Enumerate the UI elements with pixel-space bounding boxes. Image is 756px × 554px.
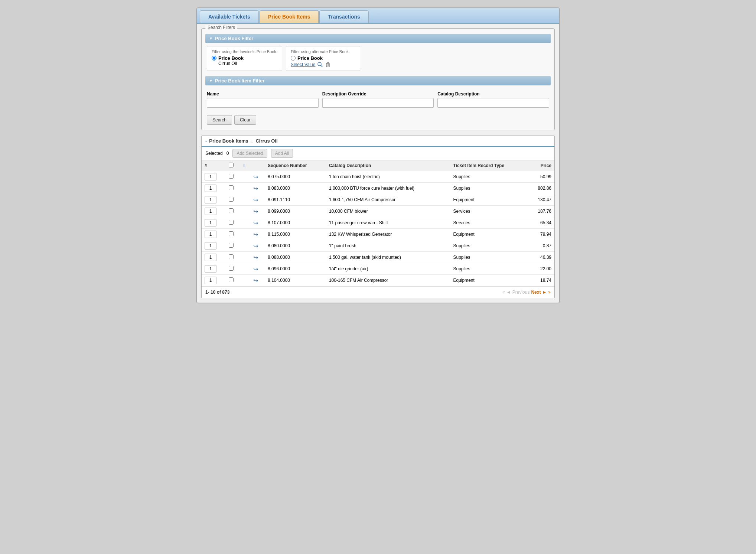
row-navigate-arrow[interactable]: ↪ [253,254,258,261]
row-navigate-arrow[interactable]: ↪ [253,277,258,284]
row-navigate-arrow[interactable]: ↪ [253,173,258,180]
cell-sort [241,206,250,217]
search-filters-box: Search Filters ▼ Price Book Filter Filte… [201,28,555,130]
filter-desc-override-input[interactable] [322,98,434,108]
col-header-type: Ticket Item Record Type [450,160,528,171]
row-navigate-arrow[interactable]: ↪ [253,185,258,192]
qty-input[interactable] [205,265,216,273]
cell-type: Equipment [450,194,528,206]
qty-input[interactable] [205,242,216,250]
invoice-pricebook-option: Filter using the Invoice's Price Book. P… [207,46,282,71]
filter-catalog-desc-input[interactable] [437,98,549,108]
select-all-checkbox[interactable] [229,163,234,167]
trash-icon[interactable] [325,62,331,68]
svg-point-0 [318,62,321,66]
pagination-info: 1- 10 of 873 [205,290,229,295]
alternate-pricebook-radio[interactable] [291,56,296,61]
qty-input[interactable] [205,219,216,227]
row-checkbox[interactable] [229,231,234,236]
cell-type: Supplies [450,252,528,263]
cell-seq: 8,099.0000 [265,206,326,217]
cell-price: 187.76 [528,206,554,217]
cell-arrow: ↪ [250,229,265,240]
invoice-pricebook-radio[interactable] [212,56,216,61]
cell-seq: 8,088.0000 [265,252,326,263]
select-value-link[interactable]: Select Value [291,62,316,67]
clear-button[interactable]: Clear [234,115,256,125]
row-navigate-arrow[interactable]: ↪ [253,196,258,203]
cell-arrow: ↪ [250,217,265,229]
qty-input[interactable] [205,185,216,192]
cell-desc: 10,000 CFM blower [326,206,450,217]
qty-input[interactable] [205,173,216,180]
cell-price: 0.87 [528,240,554,252]
cell-desc: 132 KW Whisperized Generator [326,229,450,240]
cell-check [226,194,240,206]
add-all-button[interactable]: Add All [271,149,293,158]
filter-name-input[interactable] [207,98,319,108]
tab-price-book-items[interactable]: Price Book Items [260,10,319,23]
add-selected-button[interactable]: Add Selected [232,149,267,158]
cell-type: Supplies [450,171,528,183]
row-checkbox[interactable] [229,277,234,282]
row-navigate-arrow[interactable]: ↪ [253,208,258,215]
cell-seq: 8,083.0000 [265,183,326,194]
row-checkbox[interactable] [229,174,234,179]
pagination-prev-icon[interactable]: ◄ [506,290,511,295]
row-checkbox[interactable] [229,220,234,225]
qty-input[interactable] [205,208,216,215]
row-checkbox[interactable] [229,208,234,213]
invoice-pricebook-radio-label: Price Book [218,55,244,61]
row-checkbox[interactable] [229,266,234,271]
search-icon[interactable] [317,62,323,68]
price-book-filter-arrow: ▼ [209,36,213,40]
qty-input[interactable] [205,231,216,238]
search-filters-legend: Search Filters [205,25,237,30]
qty-input[interactable] [205,196,216,203]
tab-available-tickets[interactable]: Available Tickets [200,10,259,23]
cell-qty [202,183,226,194]
cell-check [226,275,240,286]
tab-transactions[interactable]: Transactions [319,10,368,23]
pagination-next-icon[interactable]: ► [542,290,547,295]
cell-desc: 1" paint brush [326,240,450,252]
row-checkbox[interactable] [229,254,234,259]
filter-name-label: Name [207,91,319,97]
row-navigate-arrow[interactable]: ↪ [253,231,258,238]
content-area: Search Filters ▼ Price Book Filter Filte… [197,24,559,303]
alternate-pricebook-description: Filter using alternate Price Book. [291,49,355,54]
invoice-pricebook-description: Filter using the Invoice's Price Book. [212,49,277,54]
cell-sort [241,229,250,240]
qty-input[interactable] [205,277,216,284]
col-header-desc: Catalog Description [326,160,450,171]
cell-seq: 8,091.1110 [265,194,326,206]
table-row: ↪ 8,096.0000 1/4" die grinder (air) Supp… [202,263,554,275]
row-navigate-arrow[interactable]: ↪ [253,242,258,250]
cell-arrow: ↪ [250,183,265,194]
pagination-row: 1- 10 of 873 « ◄ Previous Next ► » [202,286,554,298]
results-header: - Price Book Items : Cirrus Oil [202,136,554,147]
pagination-last[interactable]: » [548,290,551,295]
row-checkbox[interactable] [229,197,234,202]
row-navigate-arrow[interactable]: ↪ [253,219,258,227]
filter-field-name: Name [207,91,319,108]
cell-qty [202,171,226,183]
row-checkbox[interactable] [229,185,234,190]
row-navigate-arrow[interactable]: ↪ [253,265,258,273]
cell-sort [241,183,250,194]
row-checkbox[interactable] [229,243,234,248]
cell-arrow: ↪ [250,240,265,252]
pagination-previous-text[interactable]: Previous [512,290,530,295]
qty-input[interactable] [205,254,216,261]
cell-arrow: ↪ [250,275,265,286]
cell-qty [202,206,226,217]
cell-sort [241,217,250,229]
alternate-pricebook-radio-row: Price Book [291,55,355,61]
item-filter-label: Price Book Item Filter [215,78,265,84]
pagination-next-text[interactable]: Next [531,290,541,295]
item-filter-arrow: ▼ [209,79,213,83]
pagination-first[interactable]: « [502,290,505,295]
search-button[interactable]: Search [207,115,232,125]
sort-icon[interactable]: I [244,163,245,168]
results-dash: - [205,138,207,144]
